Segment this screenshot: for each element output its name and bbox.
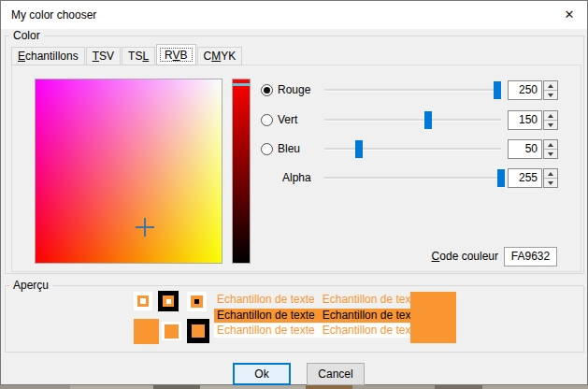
gradient-cursor-icon xyxy=(136,218,154,237)
bleu-value-field[interactable]: 50 xyxy=(508,139,542,159)
rouge-spin-buttons xyxy=(543,80,558,100)
rouge-spin-down-button[interactable] xyxy=(544,91,557,99)
sample-text: Echantillon de texte xyxy=(217,293,315,306)
red-bar-indicator xyxy=(233,83,250,86)
tab-rvb[interactable]: RVB xyxy=(156,44,195,65)
rouge-spinner: 250 xyxy=(508,80,558,100)
alpha-slider-thumb[interactable] xyxy=(497,169,505,187)
preview-text-line-1: Echantillon de texteEchantillon de texte xyxy=(217,293,428,307)
preview-text-line-3: Echantillon de texteEchantillon de texte xyxy=(214,324,431,338)
bleu-spinner: 50 xyxy=(508,139,558,159)
cancel-button[interactable]: Cancel xyxy=(307,363,365,385)
preview-groupbox-label: Aperçu xyxy=(9,279,52,292)
tab-cmyk[interactable]: CMYK xyxy=(197,47,243,65)
vert-spin-buttons xyxy=(543,110,558,130)
preview-swatch-6 xyxy=(187,319,209,343)
tab-tsv[interactable]: TSV xyxy=(86,47,121,65)
color-code-field[interactable]: FA9632 xyxy=(504,247,557,267)
preview-swatch-1-core xyxy=(140,298,146,304)
vert-slider-track[interactable] xyxy=(324,119,501,121)
close-icon: ✕ xyxy=(565,7,575,22)
vert-label: Vert xyxy=(278,106,297,135)
preview-swatch-3-inner xyxy=(191,295,203,308)
rouge-slider-track[interactable] xyxy=(324,89,501,91)
preview-swatch-5 xyxy=(162,322,181,340)
vert-value-field[interactable]: 150 xyxy=(508,110,542,130)
gradient-square[interactable] xyxy=(35,79,222,264)
preview-text-line-2: Echantillon de texteEchantillon de texte xyxy=(214,309,431,323)
bleu-radio[interactable] xyxy=(261,143,273,155)
red-channel-bar[interactable] xyxy=(232,79,251,264)
color-groupbox-label: Color xyxy=(9,29,44,42)
ok-button[interactable]: Ok xyxy=(233,363,291,385)
bleu-spin-up-button[interactable] xyxy=(544,140,557,150)
tab-echantillons[interactable]: Echantillons xyxy=(11,47,85,65)
rouge-radio[interactable] xyxy=(261,84,273,96)
rouge-value-field[interactable]: 250 xyxy=(508,80,542,100)
vert-spinner: 150 xyxy=(508,110,558,130)
preview-color-rect xyxy=(410,292,456,343)
preview-swatch-6-inner xyxy=(192,324,205,338)
sample-text: Echantillon de texte xyxy=(217,309,315,322)
bleu-spin-down-button[interactable] xyxy=(544,150,557,158)
vert-slider[interactable] xyxy=(324,106,501,135)
sample-text: Echantillon de texte xyxy=(323,293,421,306)
titlebar: My color chooser ✕ xyxy=(1,1,587,29)
vert-spin-up-button[interactable] xyxy=(544,111,557,121)
close-button[interactable]: ✕ xyxy=(552,1,587,28)
screen: My color chooser ✕ Color Echantillons TS… xyxy=(0,0,588,389)
alpha-spin-down-button[interactable] xyxy=(544,179,557,187)
alpha-spin-buttons xyxy=(543,168,558,188)
alpha-slider-track[interactable] xyxy=(324,177,501,179)
bleu-slider[interactable] xyxy=(324,135,501,164)
bleu-spin-buttons xyxy=(543,139,558,159)
window-title: My color chooser xyxy=(11,8,96,22)
sample-text: Echantillon de texte xyxy=(217,324,315,337)
sample-text: Echantillon de texte xyxy=(323,309,421,322)
rouge-label: Rouge xyxy=(278,76,310,105)
alpha-slider[interactable] xyxy=(324,164,501,193)
channel-row-bleu: Bleu 50 xyxy=(253,135,562,164)
bleu-label: Bleu xyxy=(278,135,300,164)
alpha-spinner: 255 xyxy=(508,168,558,188)
rouge-slider[interactable] xyxy=(324,76,501,105)
preview-swatch-1-inner xyxy=(137,295,149,307)
channel-row-alpha: Alpha 255 xyxy=(253,164,562,193)
preview-swatch-5-inner xyxy=(165,324,179,339)
preview-swatch-2-core xyxy=(166,299,171,304)
rouge-spin-up-button[interactable] xyxy=(544,81,557,91)
preview-swatch-2 xyxy=(158,291,179,311)
preview-swatch-3 xyxy=(187,292,207,311)
channel-row-vert: Vert 150 xyxy=(253,106,562,135)
alpha-value-field[interactable]: 255 xyxy=(508,168,542,188)
preview-swatch-2-inner xyxy=(163,295,174,307)
vert-radio[interactable] xyxy=(261,114,273,126)
channel-row-rouge: Rouge 250 xyxy=(253,76,562,105)
bleu-slider-thumb[interactable] xyxy=(355,140,363,158)
alpha-spin-up-button[interactable] xyxy=(544,169,557,179)
alpha-label: Alpha xyxy=(282,164,311,193)
color-chooser-dialog: My color chooser ✕ Color Echantillons TS… xyxy=(0,0,588,385)
vert-slider-thumb[interactable] xyxy=(424,111,432,129)
preview-swatch-3-core xyxy=(194,299,199,304)
tabbar: Echantillons TSV TSL RVB CMYK xyxy=(11,46,243,65)
tab-tsl[interactable]: TSL xyxy=(122,47,155,65)
vert-spin-down-button[interactable] xyxy=(544,121,557,129)
sample-text: Echantillon de texte xyxy=(323,324,421,337)
rouge-slider-thumb[interactable] xyxy=(494,81,501,99)
bleu-slider-track[interactable] xyxy=(324,148,501,150)
preview-swatch-4 xyxy=(134,319,159,344)
color-code-label: Code couleur xyxy=(403,250,498,263)
preview-swatch-1 xyxy=(134,292,152,310)
